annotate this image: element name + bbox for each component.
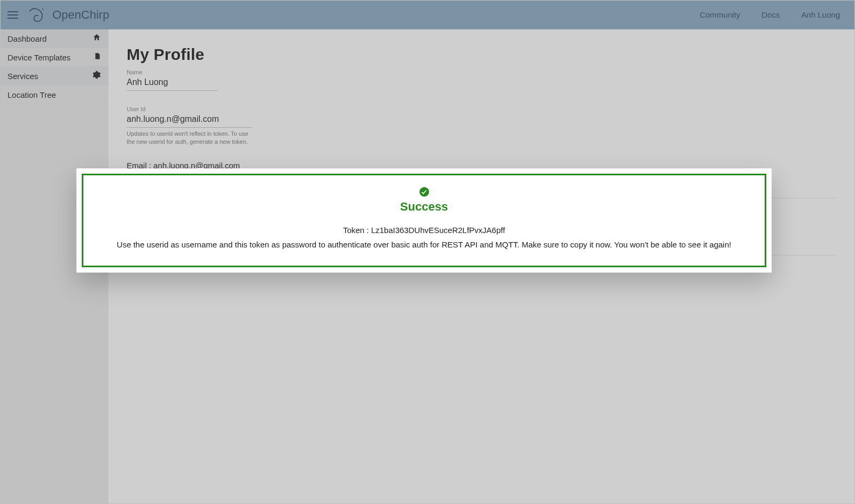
check-circle-icon	[419, 187, 429, 197]
token-value: Lz1baI363DUhvESuceR2LfPvxJA6pff	[371, 226, 505, 235]
success-modal: Success Token : Lz1baI363DUhvESuceR2LfPv…	[76, 168, 772, 273]
token-line: Token : Lz1baI363DUhvESuceR2LfPvxJA6pff	[98, 224, 750, 237]
success-modal-inner: Success Token : Lz1baI363DUhvESuceR2LfPv…	[82, 174, 766, 267]
modal-message: Use the userid as username and this toke…	[98, 239, 750, 251]
token-prefix: Token :	[343, 226, 371, 235]
modal-title: Success	[98, 200, 750, 214]
